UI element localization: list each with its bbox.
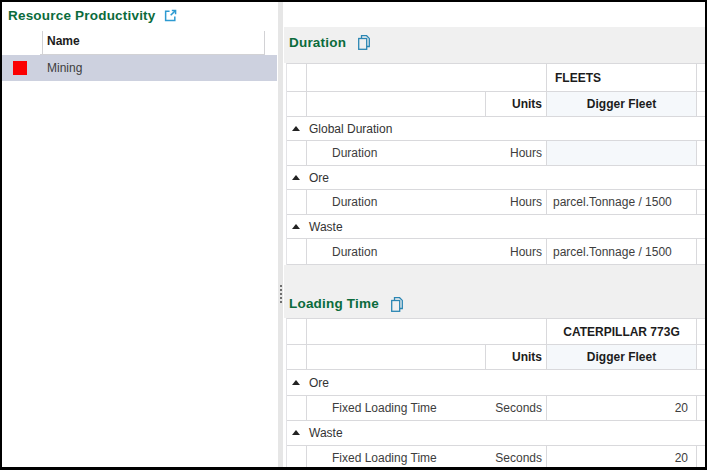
loading-time-title: Loading Time (289, 296, 379, 311)
page-title: Resource Productivity (8, 8, 156, 23)
resource-row-mining[interactable]: Mining (2, 55, 277, 81)
group-label: Ore (309, 370, 329, 395)
duration-grid-column-header-row: Units Digger Fleet (287, 92, 707, 117)
fleets-group-header[interactable]: FLEETS (547, 64, 697, 91)
rule-value-cell[interactable]: parcel.Tonnage / 1500 (547, 239, 697, 264)
collapse-icon[interactable] (292, 126, 300, 131)
resource-grid-header: Name (2, 29, 277, 55)
group-row-ore[interactable]: Ore (287, 166, 707, 190)
caterpillar-773g-group-header[interactable]: CATERPILLAR 773G (547, 319, 697, 344)
resource-color-swatch (13, 61, 27, 75)
rule-row: Duration Hours (287, 141, 707, 166)
group-row-global-duration[interactable]: Global Duration (287, 117, 707, 141)
open-in-new-window-icon (163, 8, 178, 23)
loading-time-grid-group-header-row: CATERPILLAR 773G (287, 319, 707, 345)
group-label: Waste (309, 215, 343, 238)
rules-panel: Duration FLEETS Units (284, 2, 707, 467)
rule-label: Duration (332, 195, 377, 209)
resource-list-panel: Resource Productivity Name Mining (2, 2, 277, 467)
collapse-icon[interactable] (292, 430, 300, 435)
loading-time-grid: CATERPILLAR 773G Units Digger Fleet Ore … (286, 318, 707, 467)
group-label: Waste (309, 421, 343, 445)
resource-productivity-window: Resource Productivity Name Mining (0, 0, 707, 470)
loading-time-section-header: Loading Time (284, 265, 707, 318)
group-row-ore[interactable]: Ore (287, 370, 707, 396)
collapse-icon[interactable] (292, 175, 300, 180)
units-column-header[interactable]: Units (486, 92, 547, 116)
loading-time-copy-button[interactable] (389, 296, 405, 313)
copy-icon (389, 296, 405, 313)
right-panel-top-gap (284, 2, 707, 27)
rule-label: Fixed Loading Time (332, 451, 437, 465)
group-label: Global Duration (309, 117, 392, 140)
rule-units: Seconds (495, 401, 542, 415)
rule-value-cell[interactable]: parcel.Tonnage / 1500 (547, 190, 697, 214)
duration-title: Duration (289, 35, 346, 50)
group-row-waste[interactable]: Waste (287, 421, 707, 446)
open-in-new-window-button[interactable] (163, 8, 178, 23)
rule-row: Fixed Loading Time Seconds 20 (287, 396, 707, 421)
duration-grid: FLEETS Units Digger Fleet Global Duratio… (286, 63, 707, 265)
duration-section-header: Duration (284, 27, 707, 63)
name-column-header[interactable]: Name (47, 34, 80, 48)
collapse-icon[interactable] (292, 380, 300, 385)
group-label: Ore (309, 166, 329, 189)
rule-units: Seconds (495, 451, 542, 465)
rule-row: Fixed Loading Time Seconds 20 (287, 446, 707, 467)
panel-splitter[interactable] (277, 2, 284, 467)
rule-value-cell[interactable]: 20 (547, 446, 697, 467)
rule-row: Duration Hours parcel.Tonnage / 1500 (287, 239, 707, 265)
splitter-grip-icon (279, 285, 282, 303)
rule-value-cell[interactable]: 20 (547, 396, 697, 420)
digger-fleet-column-header[interactable]: Digger Fleet (547, 92, 697, 116)
units-column-header[interactable]: Units (486, 345, 547, 369)
resource-name: Mining (47, 61, 82, 75)
left-panel-titlebar: Resource Productivity (2, 2, 277, 29)
collapse-icon[interactable] (292, 224, 300, 229)
rule-units: Hours (510, 245, 542, 259)
rule-units: Hours (510, 146, 542, 160)
duration-grid-group-header-row: FLEETS (287, 64, 707, 92)
copy-icon (356, 34, 372, 51)
rule-units: Hours (510, 195, 542, 209)
duration-copy-button[interactable] (356, 34, 372, 51)
digger-fleet-column-header[interactable]: Digger Fleet (547, 345, 697, 369)
rule-label: Fixed Loading Time (332, 401, 437, 415)
group-row-waste[interactable]: Waste (287, 215, 707, 239)
rule-label: Duration (332, 146, 377, 160)
rule-value-cell[interactable] (547, 141, 697, 165)
loading-time-grid-column-header-row: Units Digger Fleet (287, 345, 707, 370)
rule-label: Duration (332, 245, 377, 259)
rule-row: Duration Hours parcel.Tonnage / 1500 (287, 190, 707, 215)
